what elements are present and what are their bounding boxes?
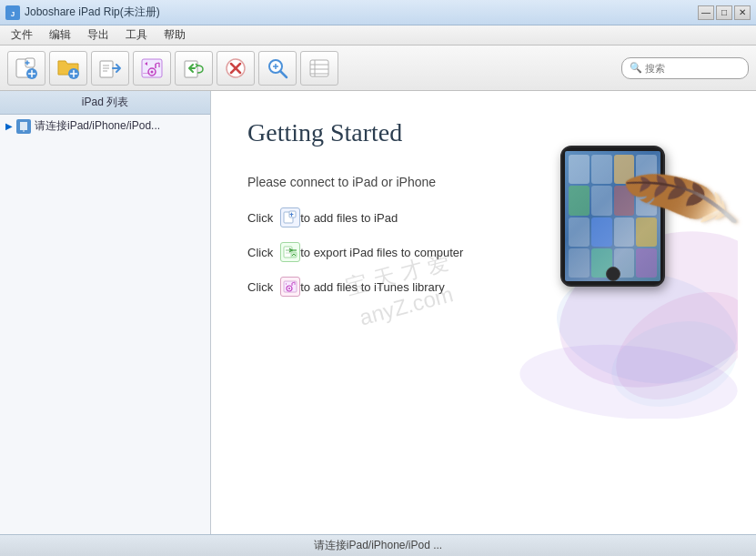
list-view-button[interactable] (300, 51, 338, 86)
step-3-click: Click (247, 280, 273, 294)
title-bar: J Joboshare iPad Rip(未注册) — □ ✕ (0, 0, 756, 25)
svg-text:J: J (11, 10, 15, 18)
svg-point-48 (517, 337, 738, 419)
app-icon-10 (591, 217, 612, 247)
sidebar: iPad 列表 ▶ 请连接iPad/iPhone/iPod... (0, 91, 211, 534)
app-icon: J (5, 5, 20, 20)
stop-button[interactable] (217, 51, 255, 86)
svg-point-47 (598, 270, 738, 419)
getting-started-panel: Getting Started Please connect to iPad o… (211, 91, 756, 534)
content-area: Getting Started Please connect to iPad o… (211, 91, 756, 534)
title-bar-left: J Joboshare iPad Rip(未注册) (5, 5, 160, 20)
svg-rect-16 (143, 73, 150, 74)
add-file-button[interactable] (7, 51, 45, 86)
menu-file[interactable]: 文件 (4, 25, 40, 45)
home-button (606, 267, 620, 281)
svg-rect-6 (100, 61, 113, 77)
step-1-text: to add files to iPad (300, 211, 398, 225)
menu-export[interactable]: 导出 (80, 25, 116, 45)
app-icon-2 (591, 155, 612, 184)
app-icon-11 (614, 217, 635, 247)
app-icon-9 (569, 217, 590, 247)
close-button[interactable]: ✕ (734, 5, 751, 20)
magnify-button[interactable] (258, 51, 297, 86)
ipad-illustration: 🪶 (519, 127, 738, 419)
svg-line-22 (280, 71, 287, 77)
app-icon-1 (569, 155, 590, 184)
app-icon-13 (569, 248, 590, 278)
itunes-button[interactable] (133, 51, 171, 86)
search-input[interactable] (645, 63, 741, 74)
step-2-click: Click (247, 246, 273, 259)
step-2-icon (280, 242, 300, 262)
minimize-button[interactable]: — (698, 5, 714, 20)
expand-arrow-icon: ▶ (5, 121, 13, 131)
svg-point-49 (602, 308, 738, 419)
app-icon-6 (591, 186, 612, 215)
status-text: 请连接iPad/iPhone/iPod ... (314, 538, 442, 553)
app-title: Joboshare iPad Rip(未注册) (25, 5, 160, 20)
step-1-icon (280, 207, 300, 227)
export-button[interactable] (91, 51, 129, 86)
status-bar: 请连接iPad/iPhone/iPod ... (0, 534, 756, 556)
search-box[interactable]: 🔍 (621, 57, 749, 79)
sidebar-header: iPad 列表 (0, 91, 210, 115)
search-icon: 🔍 (630, 62, 642, 74)
svg-rect-38 (291, 252, 297, 258)
menu-help[interactable]: 帮助 (156, 25, 193, 45)
menu-tools[interactable]: 工具 (118, 25, 155, 45)
step-1-click: Click (247, 211, 273, 225)
toolbar: 🔍 (0, 45, 756, 91)
device-label: 请连接iPad/iPhone/iPod... (35, 118, 160, 134)
step-3-icon (280, 277, 300, 297)
svg-rect-31 (20, 122, 27, 130)
add-folder-button[interactable] (49, 51, 87, 86)
svg-point-41 (288, 288, 290, 289)
svg-point-12 (151, 70, 154, 73)
svg-point-32 (23, 130, 25, 132)
step-3-text: to add files to iTunes library (300, 280, 444, 294)
menu-bar: 文件 编辑 导出 工具 帮助 (0, 25, 756, 45)
import-button[interactable] (175, 51, 213, 86)
sidebar-device-item[interactable]: ▶ 请连接iPad/iPhone/iPod... (0, 115, 210, 137)
window-controls: — □ ✕ (698, 5, 751, 20)
restore-button[interactable]: □ (716, 5, 732, 20)
app-icon-5 (569, 186, 590, 215)
main-layout: iPad 列表 ▶ 请连接iPad/iPhone/iPod... Getting… (0, 91, 756, 534)
device-icon (16, 119, 31, 134)
step-2-text: to export iPad files to computer (300, 246, 463, 259)
menu-edit[interactable]: 编辑 (42, 25, 78, 45)
